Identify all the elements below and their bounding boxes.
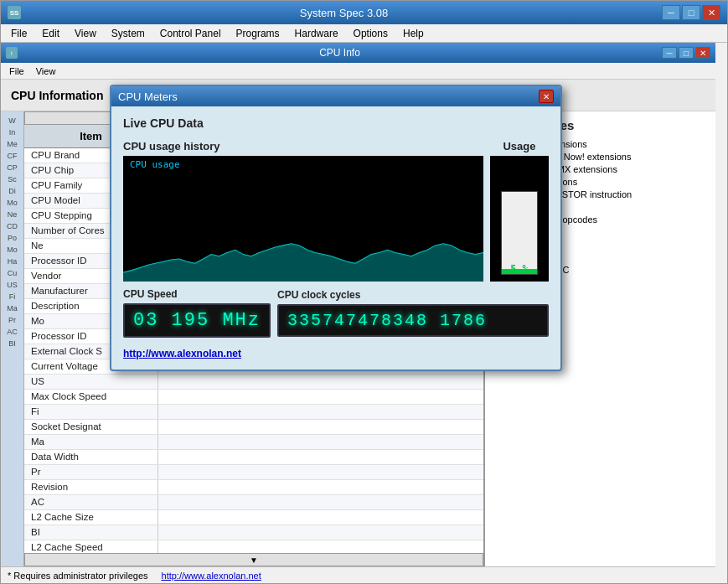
left-nav-us[interactable]: US xyxy=(1,279,23,291)
left-nav-fi[interactable]: Fi xyxy=(1,291,23,302)
left-nav-sc[interactable]: Sc xyxy=(1,173,23,185)
td-details xyxy=(158,525,483,540)
dialog-title: CPU Meters xyxy=(118,90,178,103)
menu-help[interactable]: Help xyxy=(396,26,431,41)
clock-cycles-label: CPU clock cycles xyxy=(277,289,549,301)
cpu-info-section-title: CPU Information xyxy=(11,89,103,102)
status-link[interactable]: http://www.alexnolan.net xyxy=(162,571,261,581)
left-nav-ha[interactable]: Ha xyxy=(1,256,23,267)
cpu-meters-dialog[interactable]: CPU Meters ✕ Live CPU Data CPU usage his… xyxy=(110,85,562,371)
outer-title-bar: SS System Spec 3.08 ─ □ ✕ xyxy=(1,1,727,24)
inner-menu-view[interactable]: View xyxy=(31,65,61,77)
left-nav-bi[interactable]: BI xyxy=(1,338,23,349)
inner-close-button[interactable]: ✕ xyxy=(695,47,710,59)
outer-window: SS System Spec 3.08 ─ □ ✕ File Edit View… xyxy=(0,0,728,584)
left-nav-in[interactable]: In xyxy=(1,127,23,138)
inner-menu-bar: File View xyxy=(1,63,715,80)
dialog-link[interactable]: http://www.alexnolan.net xyxy=(123,348,549,359)
outer-close-button[interactable]: ✕ xyxy=(702,5,720,20)
left-nav-cp[interactable]: CP xyxy=(1,162,23,173)
left-nav-mo2[interactable]: Mo xyxy=(1,244,23,256)
table-scroll-down[interactable]: ▼ xyxy=(24,553,483,566)
status-bar: * Requires administrator privileges http… xyxy=(1,566,715,583)
left-nav-po[interactable]: Po xyxy=(1,232,23,244)
table-row: AC xyxy=(24,495,483,510)
inner-window-title: CPU Info xyxy=(319,47,360,59)
left-nav-pr[interactable]: Pr xyxy=(1,314,23,326)
inner-app-icon: i xyxy=(6,47,18,59)
history-label: CPU usage history xyxy=(123,140,483,152)
td-details xyxy=(158,495,483,509)
td-details xyxy=(158,510,483,525)
admin-note: * Requires administrator privileges xyxy=(8,571,148,581)
outer-menu-bar: File Edit View System Control Panel Prog… xyxy=(1,24,727,43)
menu-system[interactable]: System xyxy=(105,26,152,41)
menu-programs[interactable]: Programs xyxy=(230,26,287,41)
dialog-section-title: Live CPU Data xyxy=(123,116,549,130)
table-row: Socket Designat xyxy=(24,420,483,435)
table-row: Data Width xyxy=(24,450,483,465)
menu-options[interactable]: Options xyxy=(347,26,395,41)
usage-percent: 5 % xyxy=(510,263,529,275)
history-column: CPU usage history CPU usage xyxy=(123,140,483,282)
history-chart-cpu-label: CPU usage xyxy=(130,159,180,170)
left-nav-di[interactable]: Di xyxy=(1,185,23,197)
table-row: Pr xyxy=(24,465,483,480)
td-details xyxy=(158,405,483,419)
td-item: AC xyxy=(24,495,158,509)
left-nav-cu[interactable]: Cu xyxy=(1,267,23,279)
outer-minimize-button[interactable]: ─ xyxy=(662,5,680,20)
inner-maximize-button[interactable]: □ xyxy=(679,47,694,59)
usage-column: Usage 5 % xyxy=(490,140,549,282)
usage-bar: 5 % xyxy=(490,156,549,282)
table-row: Max Clock Speed xyxy=(24,390,483,405)
usage-bar-inner xyxy=(501,191,538,275)
clock-group: CPU clock cycles 335747478348 1786 xyxy=(277,289,549,337)
left-nav-me[interactable]: Me xyxy=(1,138,23,150)
dialog-body: Live CPU Data CPU usage history CPU usag… xyxy=(111,106,560,370)
td-item: BI xyxy=(24,525,158,540)
meters-display-row: CPU Speed 03 195 MHz CPU clock cycles 33… xyxy=(123,288,549,338)
inner-menu-file[interactable]: File xyxy=(4,65,29,77)
left-nav-ac[interactable]: AC xyxy=(1,326,23,338)
td-details xyxy=(158,450,483,464)
table-row: Ma xyxy=(24,435,483,450)
td-item: Pr xyxy=(24,465,158,479)
left-nav-mo1[interactable]: Mo xyxy=(1,197,23,209)
inner-minimize-button[interactable]: ─ xyxy=(662,47,677,59)
td-item: L2 Cache Size xyxy=(24,510,158,525)
main-content: i CPU Info ─ □ ✕ File View CPU Informati… xyxy=(1,43,727,583)
td-item: Socket Designat xyxy=(24,420,158,434)
table-row: L2 Cache Size xyxy=(24,510,483,525)
menu-view[interactable]: View xyxy=(68,26,103,41)
menu-file[interactable]: File xyxy=(4,26,34,41)
td-details xyxy=(158,435,483,449)
inner-window-controls: ─ □ ✕ xyxy=(662,47,710,59)
left-nav: W In Me CF CP Sc Di Mo Ne CD Po Mo Ha Cu… xyxy=(1,111,24,566)
left-nav-cd[interactable]: CD xyxy=(1,220,23,232)
table-row: US xyxy=(24,375,483,390)
td-details xyxy=(158,465,483,479)
app-icon: SS xyxy=(8,6,21,19)
left-nav-w[interactable]: W xyxy=(1,115,23,127)
dialog-close-button[interactable]: ✕ xyxy=(539,90,554,103)
menu-control-panel[interactable]: Control Panel xyxy=(153,26,228,41)
left-nav-ne[interactable]: Ne xyxy=(1,209,23,220)
history-chart: CPU usage xyxy=(123,156,483,282)
cpu-clock-cycles-display: 335747478348 1786 xyxy=(277,304,549,337)
td-item: Data Width xyxy=(24,450,158,464)
history-chart-svg xyxy=(123,156,483,282)
td-details xyxy=(158,540,483,553)
td-item: Max Clock Speed xyxy=(24,390,158,404)
outer-window-title: System Spec 3.08 xyxy=(26,7,662,19)
usage-header: Usage xyxy=(503,140,535,152)
td-details xyxy=(158,375,483,389)
menu-hardware[interactable]: Hardware xyxy=(288,26,345,41)
cpu-speed-display: 03 195 MHz xyxy=(123,303,271,338)
left-nav-cf[interactable]: CF xyxy=(1,150,23,162)
outer-window-controls: ─ □ ✕ xyxy=(662,5,720,20)
menu-edit[interactable]: Edit xyxy=(35,26,66,41)
speed-group: CPU Speed 03 195 MHz xyxy=(123,288,271,338)
outer-maximize-button[interactable]: □ xyxy=(682,5,700,20)
left-nav-ma[interactable]: Ma xyxy=(1,302,23,314)
